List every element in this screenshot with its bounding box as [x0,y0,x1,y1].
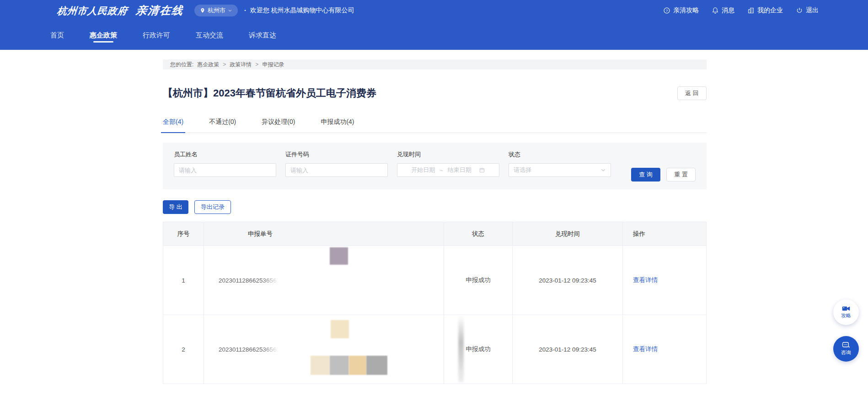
power-icon [796,7,803,14]
nav-item-appeal[interactable]: 诉求直达 [248,21,277,50]
export-records-button[interactable]: 导出记录 [194,200,231,214]
guide-link-label: 亲清攻略 [673,6,699,15]
bell-icon [712,7,719,14]
field-employee-name: 员工姓名 [174,150,276,181]
filter-panel: 员工姓名 证件号码 兑现时间 开始日期 ~ 结束日期 状态 [163,143,707,189]
breadcrumb: 您的位置: 惠企政策 > 政策详情 > 申报记录 [163,59,707,69]
redaction-patch [330,247,348,265]
column-header-index: 序号 [163,222,204,246]
logout-link-label: 退出 [806,6,819,15]
cell-action: 查看详情 [623,246,706,315]
redeem-time-range-picker[interactable]: 开始日期 ~ 结束日期 [397,163,499,177]
location-selector[interactable]: 杭州市 [194,5,238,16]
redaction-smudge [458,316,464,382]
view-detail-link[interactable]: 查看详情 [633,276,658,284]
id-number-input[interactable] [285,163,388,177]
redaction-patch [331,320,349,338]
employee-name-label: 员工姓名 [174,150,276,159]
redeem-time-label: 兑现时间 [397,150,499,159]
breadcrumb-item-policy-detail[interactable]: 政策详情 [230,61,252,69]
order-no-value: 202301128662536563 [219,346,280,353]
title-row: 【杭州市】2023年春节留杭省外员工电子消费券 返 回 [163,86,707,101]
welcome-separator: · [244,7,246,14]
back-button[interactable]: 返 回 [677,86,707,100]
cell-index: 2 [163,315,204,384]
table-row: 1 202301128662536567 申报成功 2023-01-12 09:… [163,246,706,315]
nav-item-administrative-license[interactable]: 行政许可 [142,21,171,50]
location-label: 杭州市 [208,6,225,15]
tab-all[interactable]: 全部(4) [163,118,183,133]
messages-link[interactable]: 消息 [712,6,734,15]
nav-item-enterprise-policy[interactable]: 惠企政策 [89,21,118,50]
chat-bubble-icon [842,342,850,349]
search-button[interactable]: 查 询 [631,168,660,181]
page-title: 【杭州市】2023年春节留杭省外员工电子消费券 [163,86,376,100]
order-no-value: 202301128662536567 [219,277,280,284]
status-select[interactable]: 请选择 [509,163,611,177]
chevron-down-icon [600,167,606,173]
cell-status: 申报成功 [444,246,513,315]
guide-link[interactable]: ? 亲清攻略 [663,6,699,15]
tab-rejected[interactable]: 不通过(0) [209,118,236,133]
employee-name-input[interactable] [174,163,276,177]
tab-success[interactable]: 申报成功(4) [321,118,354,133]
cell-redeem-time: 2023-01-12 09:23:45 [513,315,623,384]
redaction-patch [366,356,387,375]
floating-consult-button[interactable]: 咨询 [833,336,859,362]
floating-consult-label: 咨询 [841,349,851,356]
table-header-row: 序号 申报单号 状态 兑现时间 操作 [163,222,706,246]
nav-item-home[interactable]: 首页 [49,21,65,50]
tab-dispute[interactable]: 异议处理(0) [262,118,295,133]
redaction-patch [330,356,349,375]
building-icon [747,7,755,14]
calendar-icon [479,167,485,173]
column-header-action: 操作 [623,222,706,246]
gov-logo-text: 杭州市人民政府 [56,5,128,17]
site-header: 杭州市人民政府 亲清在线 杭州市 · 欢迎您 杭州水晶城购物中心有限公司 ? 亲… [0,0,868,50]
site-logo: 杭州市人民政府 亲清在线 [56,3,184,18]
breadcrumb-prefix: 您的位置: [170,61,193,69]
column-header-order-no: 申报单号 [204,222,444,246]
nav-item-interaction[interactable]: 互动交流 [195,21,224,50]
top-bar: 杭州市人民政府 亲清在线 杭州市 · 欢迎您 杭州水晶城购物中心有限公司 ? 亲… [0,0,868,21]
floating-guide-button[interactable]: 攻略 [833,299,859,325]
field-redeem-time: 兑现时间 开始日期 ~ 结束日期 [397,150,499,181]
end-date-placeholder: 结束日期 [448,166,472,174]
export-button[interactable]: 导 出 [163,200,188,214]
view-detail-link[interactable]: 查看详情 [633,345,658,353]
cell-redeem-time: 2023-01-12 09:23:45 [513,246,623,315]
cell-index: 1 [163,246,204,315]
field-id-number: 证件号码 [285,150,388,181]
reset-button[interactable]: 重 置 [666,168,696,181]
table-row: 2 202301128662536563 申报成功 2023-01-12 09:… [163,315,706,384]
records-table: 序号 申报单号 状态 兑现时间 操作 1 202301128662536567 … [163,222,707,384]
breadcrumb-item-policy[interactable]: 惠企政策 [197,61,219,69]
quick-links: ? 亲清攻略 消息 我的企业 [663,6,819,15]
range-separator: ~ [439,167,443,174]
redaction-patch [349,356,366,375]
breadcrumb-separator: > [223,61,226,68]
status-label: 状态 [509,150,611,159]
id-number-label: 证件号码 [285,150,388,159]
floating-guide-label: 攻略 [841,312,851,319]
column-header-status: 状态 [444,222,513,246]
breadcrumb-separator: > [255,61,258,68]
main-nav: 首页 惠企政策 行政许可 互动交流 诉求直达 [0,21,868,50]
breadcrumb-item-current: 申报记录 [262,61,284,69]
brand-logo-text: 亲清在线 [135,3,184,18]
filter-buttons: 查 询 重 置 [631,168,696,181]
svg-text:?: ? [666,9,668,13]
my-enterprise-link-label: 我的企业 [757,6,783,15]
start-date-placeholder: 开始日期 [411,166,435,174]
field-status: 状态 请选择 [509,150,611,181]
map-pin-icon [200,7,205,14]
video-camera-icon [842,305,850,312]
logout-link[interactable]: 退出 [796,6,819,15]
welcome-text: · 欢迎您 杭州水晶城购物中心有限公司 [244,6,354,15]
welcome-company: 欢迎您 杭州水晶城购物中心有限公司 [250,6,354,15]
my-enterprise-link[interactable]: 我的企业 [747,6,783,15]
status-tabs: 全部(4) 不通过(0) 异议处理(0) 申报成功(4) [163,118,707,133]
chevron-down-icon [228,8,232,13]
cell-action: 查看详情 [623,315,706,384]
column-header-redeem-time: 兑现时间 [513,222,623,246]
